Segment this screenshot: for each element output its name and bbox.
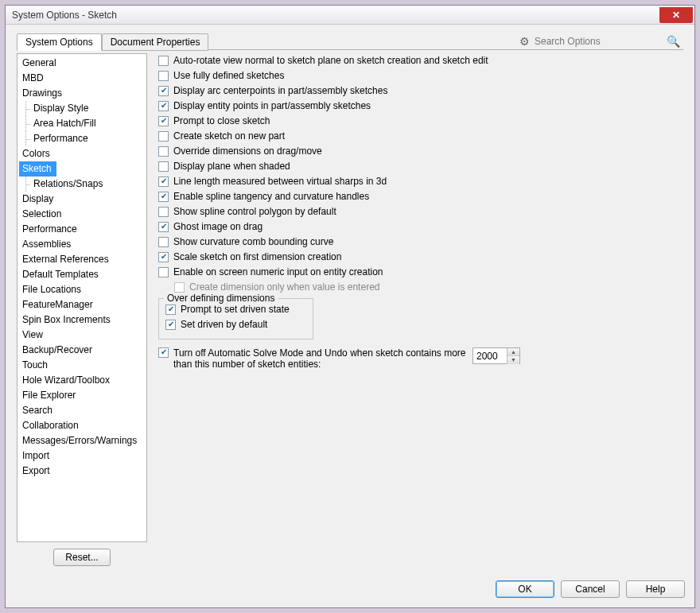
checkbox-opt-6[interactable]	[158, 146, 169, 157]
checkbox-opt-13[interactable]	[158, 252, 169, 262]
tree-item-performance[interactable]: Performance	[19, 131, 145, 146]
tab-document-properties[interactable]: Document Properties	[102, 33, 209, 51]
tree-item-featuremanager[interactable]: FeatureManager	[19, 297, 145, 312]
checkbox-opt-8[interactable]	[158, 177, 169, 187]
checkbox-opt-7[interactable]	[158, 161, 169, 172]
checkbox-opt-3[interactable]	[158, 101, 169, 111]
tree-item-default-templates[interactable]: Default Templates	[19, 267, 145, 282]
tree-item-general[interactable]: General	[19, 56, 145, 71]
label-opt-13: Scale sketch on first dimension creation	[173, 251, 341, 263]
titlebar: System Options - Sketch ✕	[6, 6, 694, 25]
tree-item-area-hatch-fill[interactable]: Area Hatch/Fill	[19, 116, 145, 131]
checkbox-opt-5[interactable]	[158, 131, 169, 142]
over-defining-group: Over defining dimensions Prompt to set d…	[158, 298, 313, 339]
tree-item-assemblies[interactable]: Assemblies	[19, 237, 145, 252]
label-opt-4: Prompt to close sketch	[173, 115, 270, 127]
label-opt-12: Show curvature comb bounding curve	[173, 236, 333, 248]
tree-item-mbd[interactable]: MBD	[19, 71, 145, 86]
checkbox-group-0[interactable]	[165, 305, 176, 315]
checkbox-opt-11[interactable]	[158, 222, 169, 232]
cancel-button[interactable]: Cancel	[561, 580, 620, 598]
tree-item-collaboration[interactable]: Collaboration	[19, 418, 145, 433]
close-button[interactable]: ✕	[659, 7, 693, 23]
tree-item-performance[interactable]: Performance	[19, 222, 145, 237]
label-group-1: Set driven by default	[181, 319, 267, 331]
label-auto-solve-limit: Turn off Automatic Solve Mode and Undo w…	[173, 347, 468, 370]
tree-item-relations-snaps[interactable]: Relations/Snaps	[19, 177, 145, 192]
checkbox-create-dim-only	[174, 282, 185, 293]
label-create-dim-only: Create dimension only when value is ente…	[189, 281, 379, 293]
tree-item-backup-recover[interactable]: Backup/Recover	[19, 343, 145, 358]
tree-item-file-explorer[interactable]: File Explorer	[19, 388, 145, 403]
window-title: System Options - Sketch	[12, 10, 117, 21]
tree-item-sketch[interactable]: Sketch	[19, 161, 56, 177]
checkbox-opt-4[interactable]	[158, 116, 169, 126]
label-opt-9: Enable spline tangency and curvature han…	[173, 191, 369, 203]
checkbox-opt-14[interactable]	[158, 267, 169, 277]
label-opt-3: Display entity points in part/assembly s…	[173, 100, 371, 112]
system-options-dialog: System Options - Sketch ✕ System Options…	[5, 5, 695, 608]
tree-item-touch[interactable]: Touch	[19, 358, 145, 373]
tree-item-file-locations[interactable]: File Locations	[19, 282, 145, 297]
gear-icon: ⚙	[519, 35, 530, 48]
label-opt-5: Create sketch on new part	[173, 130, 285, 142]
tree-item-drawings[interactable]: Drawings	[19, 86, 145, 101]
options-panel: Auto-rotate view normal to sketch plane …	[150, 50, 683, 568]
checkbox-opt-12[interactable]	[158, 237, 169, 247]
checkbox-opt-2[interactable]	[158, 86, 169, 96]
checkbox-opt-0[interactable]	[158, 56, 169, 66]
label-opt-0: Auto-rotate view normal to sketch plane …	[173, 55, 488, 67]
tree-item-view[interactable]: View	[19, 328, 145, 343]
tree-item-export[interactable]: Export	[19, 464, 145, 479]
label-opt-6: Override dimensions on drag/move	[173, 145, 322, 157]
tree-item-external-references[interactable]: External References	[19, 252, 145, 267]
checkbox-group-1[interactable]	[165, 320, 176, 330]
tree-item-hole-wizard-toolbox[interactable]: Hole Wizard/Toolbox	[19, 373, 145, 388]
search-placeholder: Search Options	[535, 36, 662, 47]
checkbox-opt-1[interactable]	[158, 71, 169, 81]
label-group-0: Prompt to set driven state	[181, 304, 290, 316]
label-opt-14: Enable on screen numeric input on entity…	[173, 266, 383, 278]
tree-item-colors[interactable]: Colors	[19, 146, 145, 161]
category-tree[interactable]: GeneralMBDDrawingsDisplay StyleArea Hatc…	[17, 53, 147, 542]
tree-item-search[interactable]: Search	[19, 403, 145, 418]
spinner-up[interactable]: ▲	[508, 348, 519, 356]
label-opt-11: Ghost image on drag	[173, 221, 262, 233]
checkbox-opt-9[interactable]	[158, 192, 169, 202]
spinner-down[interactable]: ▼	[508, 356, 519, 364]
tree-item-messages-errors-warnings[interactable]: Messages/Errors/Warnings	[19, 433, 145, 448]
tree-item-selection[interactable]: Selection	[19, 207, 145, 222]
label-opt-2: Display arc centerpoints in part/assembl…	[173, 85, 387, 97]
search-options-box[interactable]: ⚙ Search Options 🔍	[516, 33, 683, 50]
checkbox-auto-solve-limit[interactable]	[158, 347, 169, 358]
reset-button[interactable]: Reset...	[53, 549, 111, 566]
group-legend: Over defining dimensions	[164, 293, 278, 304]
tree-item-display-style[interactable]: Display Style	[19, 101, 145, 116]
tab-system-options[interactable]: System Options	[17, 33, 102, 51]
ok-button[interactable]: OK	[496, 580, 554, 598]
close-icon: ✕	[672, 10, 680, 21]
label-opt-8: Line length measured between virtual sha…	[173, 176, 387, 188]
tree-item-import[interactable]: Import	[19, 448, 145, 464]
tree-item-spin-box-increments[interactable]: Spin Box Increments	[19, 312, 145, 328]
checkbox-opt-10[interactable]	[158, 207, 169, 217]
label-opt-10: Show spline control polygon by default	[173, 206, 336, 218]
search-icon: 🔍	[667, 35, 680, 48]
help-button[interactable]: Help	[626, 580, 685, 598]
label-opt-7: Display plane when shaded	[173, 161, 290, 173]
entities-value[interactable]: 2000	[473, 351, 507, 362]
label-opt-1: Use fully defined sketches	[173, 70, 284, 82]
tab-strip: System Options Document Properties	[17, 33, 208, 51]
entities-spinner[interactable]: 2000 ▲ ▼	[472, 347, 520, 364]
tree-item-display[interactable]: Display	[19, 192, 145, 207]
